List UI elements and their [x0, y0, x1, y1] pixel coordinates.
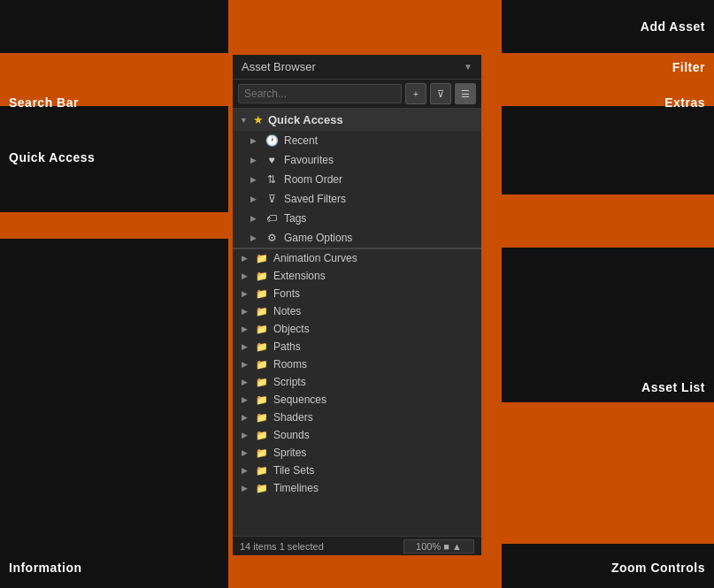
asset-arrow-icon: ▶	[242, 413, 250, 422]
folder-icon: 📁	[255, 377, 269, 388]
asset-item-rooms[interactable]: ▶ 📁 Rooms	[233, 355, 481, 373]
game-options-icon: ⚙	[265, 232, 279, 244]
folder-icon: 📁	[255, 430, 269, 441]
extras-label: Extras	[664, 95, 705, 110]
qa-game-options-label: Game Options	[284, 232, 352, 244]
zoom-controls-label: Zoom Controls	[611, 561, 705, 575]
asset-arrow-icon: ▶	[242, 378, 250, 386]
asset-label: Animation Curves	[273, 252, 357, 264]
qa-room-order-arrow: ▶	[250, 175, 259, 184]
asset-item-notes[interactable]: ▶ 📁 Notes	[233, 302, 481, 320]
search-input[interactable]	[238, 84, 402, 103]
qa-game-options-arrow: ▶	[250, 233, 259, 242]
asset-item-sounds[interactable]: ▶ 📁 Sounds	[233, 426, 481, 444]
asset-arrow-icon: ▶	[242, 307, 250, 316]
folder-icon: 📁	[255, 394, 269, 406]
room-order-icon: ⇅	[265, 173, 279, 186]
qa-item-game-options[interactable]: ▶ ⚙ Game Options	[233, 228, 481, 248]
asset-browser-title: Asset Browser	[242, 60, 316, 73]
heart-icon: ♥	[265, 154, 279, 166]
qa-item-room-order[interactable]: ▶ ⇅ Room Order	[233, 170, 481, 189]
qa-recent-label: Recent	[284, 134, 318, 147]
filter-label: Filter	[672, 60, 705, 74]
zoom-bar: 100% ■ ▲	[403, 539, 474, 554]
asset-item-paths[interactable]: ▶ 📁 Paths	[233, 338, 481, 355]
qa-favourites-arrow: ▶	[250, 156, 259, 164]
qa-saved-filters-label: Saved Filters	[284, 193, 346, 205]
asset-arrow-icon: ▶	[242, 271, 250, 280]
qa-tags-arrow: ▶	[250, 214, 259, 223]
qa-item-recent[interactable]: ▶ 🕐 Recent	[233, 131, 481, 150]
information-label: Information	[9, 561, 82, 575]
asset-arrow-icon: ▶	[242, 395, 250, 404]
extras-menu-button[interactable]: ☰	[455, 83, 476, 104]
asset-item-tile-sets[interactable]: ▶ 📁 Tile Sets	[233, 462, 481, 479]
qa-item-favourites[interactable]: ▶ ♥ Favourites	[233, 150, 481, 170]
qa-expand-arrow: ▼	[240, 116, 249, 125]
asset-label: Rooms	[273, 358, 307, 370]
asset-list-label: Asset List	[641, 380, 705, 394]
quick-access-section: ▼ ★ Quick Access ▶ 🕐 Recent ▶ ♥ Favourit…	[233, 109, 481, 248]
asset-arrow-icon: ▶	[242, 448, 250, 457]
asset-item-animation-curves[interactable]: ▶ 📁 Animation Curves	[233, 249, 481, 267]
folder-icon: 📁	[255, 341, 269, 353]
folder-icon: 📁	[255, 447, 269, 459]
search-bar-label: Search Bar	[9, 95, 79, 110]
asset-label: Tile Sets	[273, 464, 314, 477]
filter-button[interactable]: ⊽	[430, 83, 451, 104]
asset-browser-header: Asset Browser ▼	[233, 55, 481, 80]
asset-label: Sounds	[273, 429, 310, 441]
recent-icon: 🕐	[265, 134, 279, 147]
folder-icon: 📁	[255, 271, 269, 282]
asset-label: Scripts	[273, 376, 306, 388]
tags-icon: 🏷	[265, 212, 279, 225]
asset-arrow-icon: ▶	[242, 342, 250, 351]
saved-filters-icon: ⊽	[265, 193, 279, 205]
asset-item-scripts[interactable]: ▶ 📁 Scripts	[233, 373, 481, 391]
asset-item-shaders[interactable]: ▶ 📁 Shaders	[233, 409, 481, 426]
qa-item-tags[interactable]: ▶ 🏷 Tags	[233, 209, 481, 228]
asset-item-timelines[interactable]: ▶ 📁 Timelines	[233, 479, 481, 497]
asset-label: Objects	[273, 323, 310, 335]
qa-room-order-label: Room Order	[284, 173, 342, 186]
items-selected-text: 14 items 1 selected	[240, 541, 324, 552]
star-icon: ★	[253, 113, 264, 126]
folder-icon: 📁	[255, 306, 269, 317]
quick-access-label: Quick Access	[9, 150, 95, 164]
folder-icon: 📁	[255, 359, 269, 370]
search-bar-row: + ⊽ ☰	[233, 80, 481, 109]
qa-item-saved-filters[interactable]: ▶ ⊽ Saved Filters	[233, 189, 481, 209]
asset-arrow-icon: ▶	[242, 360, 250, 369]
asset-label: Timelines	[273, 482, 319, 494]
dark-panel-right-mid2	[502, 248, 714, 402]
add-asset-button[interactable]: +	[405, 83, 426, 104]
add-asset-label: Add Asset	[641, 19, 705, 34]
asset-item-objects[interactable]: ▶ 📁 Objects	[233, 320, 481, 338]
folder-icon: 📁	[255, 288, 269, 300]
asset-label: Extensions	[273, 270, 326, 282]
dropdown-arrow-icon[interactable]: ▼	[464, 62, 472, 72]
asset-list-section: ▶ 📁 Animation Curves ▶ 📁 Extensions ▶ 📁 …	[233, 249, 481, 497]
quick-access-title: Quick Access	[268, 113, 343, 126]
asset-item-sequences[interactable]: ▶ 📁 Sequences	[233, 391, 481, 409]
asset-label: Fonts	[273, 287, 300, 300]
asset-item-sprites[interactable]: ▶ 📁 Sprites	[233, 444, 481, 462]
dark-panel-left-top	[0, 0, 228, 53]
asset-label: Shaders	[273, 411, 313, 424]
dark-panel-left-bottom	[0, 239, 228, 548]
folder-icon: 📁	[255, 324, 269, 335]
asset-item-fonts[interactable]: ▶ 📁 Fonts	[233, 285, 481, 302]
zoom-level-display: 100% ■ ▲	[403, 539, 474, 554]
asset-browser-panel: Asset Browser ▼ + ⊽ ☰ ▼ ★ Quick Access ▶…	[231, 53, 483, 557]
folder-icon: 📁	[255, 483, 269, 494]
status-bar: 14 items 1 selected 100% ■ ▲	[233, 536, 481, 555]
qa-tags-label: Tags	[284, 212, 306, 225]
qa-favourites-label: Favourites	[284, 154, 334, 166]
asset-arrow-icon: ▶	[242, 484, 250, 493]
quick-access-header[interactable]: ▼ ★ Quick Access	[233, 109, 481, 131]
qa-saved-filters-arrow: ▶	[250, 195, 259, 203]
folder-icon: 📁	[255, 253, 269, 264]
asset-arrow-icon: ▶	[242, 431, 250, 439]
qa-recent-arrow: ▶	[250, 136, 259, 145]
asset-item-extensions[interactable]: ▶ 📁 Extensions	[233, 267, 481, 285]
